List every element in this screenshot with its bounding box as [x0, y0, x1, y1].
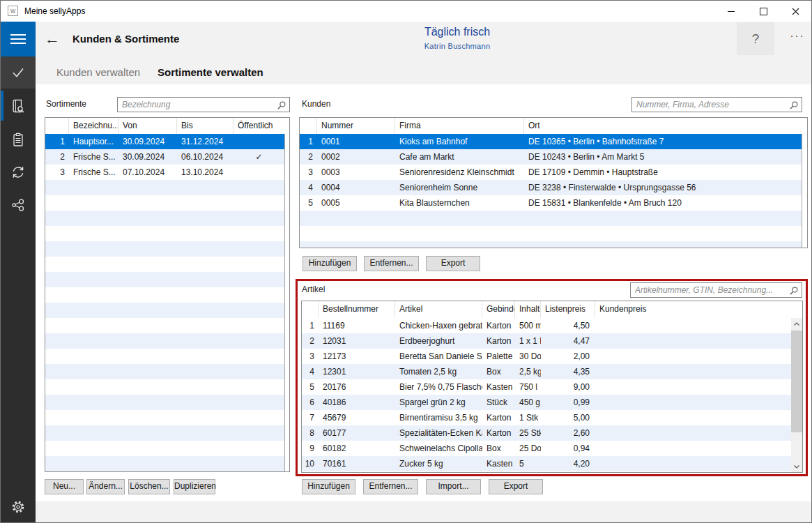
cell-oeffentlich [233, 333, 284, 349]
column-header-firma[interactable]: Firma [395, 118, 524, 134]
column-header-oeffentlich[interactable]: Öffentlich [233, 118, 289, 134]
cell-gebinde: Karton [482, 318, 515, 333]
table-row[interactable]: 10001Kioks am BahnhofDE 10365 • Berlin •… [300, 134, 802, 149]
cell-bis: 31.12.2024 [177, 134, 233, 149]
tab-kunden-verwalten[interactable]: Kunden verwalten [56, 66, 140, 78]
column-header-rownum[interactable] [302, 301, 319, 318]
column-header-listenpreis[interactable]: Listenpreis [541, 301, 595, 318]
table-row-empty [45, 303, 284, 318]
artikel-entfernen-button[interactable]: Entfernen... [363, 479, 418, 494]
close-button[interactable] [779, 1, 811, 22]
table-row[interactable]: 640186Spargel grün 2 kgStück450 g0,99 [302, 395, 791, 410]
artikel-hinzufuegen-button[interactable]: Hinzufügen [302, 479, 355, 494]
cell-num [45, 272, 69, 287]
cell-bezeichnung [69, 180, 118, 195]
cell-firma [395, 211, 524, 226]
sortimente-aendern-button[interactable]: Ändern... [86, 479, 125, 494]
column-header-bis[interactable]: Bis [177, 118, 233, 134]
sidebar-item-clipboard[interactable] [1, 123, 36, 156]
column-header-inhalt[interactable]: Inhalt [515, 301, 541, 318]
table-row[interactable]: 3Frische S...07.10.202413.10.2024 [45, 165, 284, 180]
table-row[interactable]: 312173Beretta San Daniele Schinken ...Pa… [302, 349, 791, 364]
column-header-nummer[interactable]: Nummer [317, 118, 395, 134]
table-row[interactable]: 960182Schweinelachs Cipolla 50x140gBox25… [302, 441, 791, 456]
table-row[interactable]: 860177Spezialitäten-Ecken KäsesahneKarto… [302, 425, 791, 441]
artikel-export-button[interactable]: Export [489, 479, 543, 494]
cell-bestellnummer: 70161 [319, 456, 395, 471]
table-row[interactable]: 412301Tomaten 2,5 kgBox2,5 kg4,35 [302, 364, 791, 379]
sidebar-item-sync[interactable] [1, 156, 36, 188]
help-button[interactable]: ? [737, 22, 774, 55]
tab-sortimente-verwalten[interactable]: Sortimente verwalten [158, 66, 263, 78]
column-header-bestellnummer[interactable]: Bestellnummer [319, 301, 395, 318]
cell-oeffentlich [233, 303, 284, 318]
cell-listenpreis: 4,35 [541, 364, 595, 379]
kunden-search-input[interactable] [632, 98, 792, 112]
sidebar-item-tasks[interactable] [1, 56, 36, 89]
window-title: Meine sellyApps [24, 6, 85, 16]
cell-oeffentlich [233, 410, 284, 425]
cell-artikel: Zucker 5 kg [395, 456, 482, 471]
cell-gebinde: Karton [482, 333, 515, 349]
kunden-export-button[interactable]: Export [426, 256, 480, 271]
cell-nummer [317, 211, 395, 226]
cell-oeffentlich [233, 165, 284, 180]
column-header-ort[interactable]: Ort [524, 118, 807, 134]
cell-num [45, 456, 69, 471]
cell-kundenpreis [595, 364, 791, 379]
cell-artikel: Erdbeerjoghurt [395, 333, 482, 349]
table-row[interactable]: 2Frische S...30.09.202406.10.2024✓ [45, 149, 284, 165]
sortimente-label: Sortimente [46, 99, 86, 109]
cell-num: 3 [300, 165, 317, 180]
column-header-von[interactable]: Von [118, 118, 177, 134]
sidebar-item-share[interactable] [1, 188, 36, 221]
cell-bis [177, 425, 233, 441]
cell-inhalt: 2,5 kg [515, 364, 541, 379]
table-row[interactable]: 111169Chicken-Haxen gebraten 1,5 ...Kart… [302, 318, 791, 333]
cell-von [118, 441, 177, 456]
artikel-table-body: 111169Chicken-Haxen gebraten 1,5 ...Kart… [302, 318, 791, 472]
table-row[interactable]: 212031ErdbeerjoghurtKarton1 x 1 Ki...4,4… [302, 333, 791, 349]
kunden-entfernen-button[interactable]: Entfernen... [364, 256, 419, 271]
minimize-button[interactable] [715, 1, 747, 22]
column-header-kundenpreis[interactable]: Kundenpreis [595, 301, 802, 318]
column-header-bezeichnung[interactable]: Bezeichnu... [69, 118, 118, 134]
artikel-import-button[interactable]: Import... [426, 479, 481, 494]
table-row-empty [45, 241, 284, 257]
table-row[interactable]: 30003Seniorenresidenz KleinschmidtDE 171… [300, 165, 802, 180]
cell-kundenpreis [595, 425, 791, 441]
cell-nummer: 0004 [317, 180, 395, 195]
sortimente-duplizieren-button[interactable]: Duplizieren [174, 479, 215, 494]
table-row[interactable]: 745679Birnentiramisu 3,5 kgKarton1 Stk5,… [302, 410, 791, 425]
cell-num: 9 [302, 441, 319, 456]
table-row-empty [45, 410, 284, 425]
scroll-down-button[interactable] [791, 461, 802, 472]
scrollbar-thumb[interactable] [791, 331, 802, 432]
column-header-rownum[interactable] [300, 118, 317, 134]
table-row[interactable]: 1Hauptsor...30.09.202431.12.2024 [45, 134, 284, 149]
table-row[interactable]: 520176Bier 7,5% 0,75 FlaschenKasten750 l… [302, 379, 791, 395]
maximize-button[interactable] [747, 1, 779, 22]
column-header-rownum[interactable] [45, 118, 69, 134]
back-button[interactable]: ← [41, 28, 63, 50]
table-row[interactable]: 40004Seniorenheim SonneDE 3238 • Finster… [300, 180, 802, 195]
more-options-button[interactable]: ··· [782, 29, 812, 49]
table-row[interactable]: 1070161Zucker 5 kgKasten54,20 [302, 456, 791, 471]
kunden-hinzufuegen-button[interactable]: Hinzufügen [302, 256, 357, 271]
scroll-up-button[interactable] [791, 318, 802, 329]
cell-bezeichnung [69, 195, 118, 211]
sidebar-item-settings[interactable] [1, 490, 36, 523]
artikel-search-input[interactable] [631, 283, 792, 297]
table-row[interactable]: 20002Cafe am MarktDE 10243 • Berlin • Am… [300, 149, 802, 165]
sidebar-item-kunden-sortimente[interactable] [1, 89, 36, 123]
column-header-artikel[interactable]: Artikel [395, 301, 482, 318]
sortimente-loeschen-button[interactable]: Löschen... [128, 479, 170, 494]
table-row[interactable]: 50005Kita BlausternchenDE 15831 • Blanke… [300, 195, 802, 211]
sortimente-search-input[interactable] [118, 98, 279, 112]
artikel-scrollbar[interactable] [791, 318, 802, 472]
sortimente-neu-button[interactable]: Neu... [45, 479, 84, 494]
cell-num [45, 364, 69, 379]
column-header-gebinde[interactable]: Gebinde [482, 301, 515, 318]
cell-firma: Seniorenheim Sonne [395, 180, 524, 195]
hamburger-menu-button[interactable] [1, 22, 36, 56]
